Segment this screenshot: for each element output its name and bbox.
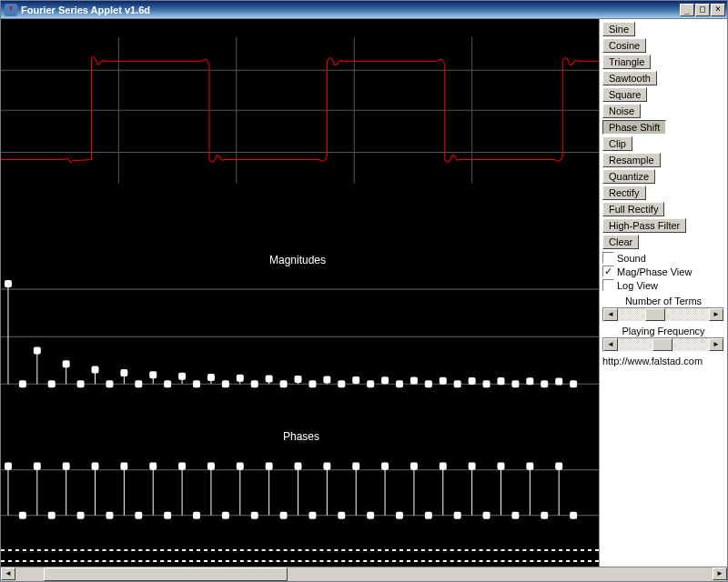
- svg-rect-115: [338, 512, 345, 519]
- waveform-trace: [1, 57, 599, 163]
- right-arrow-icon[interactable]: ►: [709, 338, 723, 351]
- left-arrow-icon[interactable]: ◄: [1, 567, 15, 580]
- svg-rect-68: [555, 377, 562, 385]
- svg-rect-106: [207, 463, 215, 470]
- svg-rect-96: [63, 463, 70, 470]
- triangle-button[interactable]: Triangle: [602, 55, 651, 69]
- svg-rect-40: [149, 371, 157, 378]
- svg-rect-54: [352, 376, 359, 384]
- svg-rect-131: [570, 512, 577, 519]
- svg-rect-48: [266, 375, 273, 382]
- svg-rect-67: [541, 380, 548, 387]
- svg-rect-128: [526, 463, 533, 470]
- svg-rect-121: [425, 512, 432, 519]
- svg-rect-117: [367, 512, 374, 519]
- close-button[interactable]: ×: [711, 4, 725, 16]
- window-title: Fourier Series Applet v1.6d: [21, 5, 679, 15]
- svg-rect-97: [77, 512, 85, 519]
- app-window: Fourier Series Applet v1.6d _ □ ×: [0, 0, 728, 582]
- svg-rect-30: [5, 280, 12, 287]
- clear-button[interactable]: Clear: [602, 235, 639, 249]
- titlebar: Fourier Series Applet v1.6d _ □ ×: [1, 1, 727, 19]
- sawtooth-button[interactable]: Sawtooth: [602, 71, 657, 85]
- full-rectify-button[interactable]: Full Rectify: [602, 202, 664, 216]
- svg-rect-116: [352, 463, 359, 470]
- log-view-checkbox[interactable]: [602, 279, 614, 291]
- svg-rect-101: [135, 512, 142, 519]
- minimize-button[interactable]: _: [680, 4, 694, 16]
- phase-shift-button[interactable]: Phase Shift: [602, 120, 666, 135]
- svg-rect-62: [469, 377, 476, 385]
- svg-rect-56: [381, 376, 389, 384]
- phases-label: Phases: [283, 430, 319, 443]
- svg-rect-109: [251, 512, 258, 519]
- resample-button[interactable]: Resample: [602, 153, 661, 167]
- svg-rect-122: [440, 463, 447, 470]
- left-arrow-icon[interactable]: ◄: [603, 338, 618, 351]
- svg-rect-44: [207, 374, 215, 381]
- svg-rect-104: [178, 463, 186, 470]
- svg-rect-94: [34, 463, 41, 470]
- svg-rect-58: [410, 377, 418, 385]
- svg-rect-32: [34, 347, 41, 355]
- terms-slider[interactable]: ◄ ►: [602, 307, 724, 322]
- svg-rect-125: [483, 512, 490, 519]
- svg-rect-64: [498, 377, 505, 385]
- svg-rect-33: [48, 380, 56, 387]
- svg-rect-111: [280, 512, 288, 519]
- bottom-scrollbar[interactable]: ◄ ►: [1, 567, 727, 581]
- window-buttons: _ □ ×: [679, 4, 725, 16]
- svg-rect-61: [454, 380, 461, 387]
- content-area: Magnitudes Phases Sine Cosine Triangle S…: [1, 19, 727, 567]
- mag-phase-checkbox[interactable]: [602, 266, 614, 277]
- svg-rect-41: [164, 380, 171, 387]
- high-pass-button[interactable]: High-Pass Filter: [602, 218, 686, 233]
- svg-rect-127: [511, 512, 519, 519]
- svg-rect-52: [323, 376, 330, 384]
- plot-canvas[interactable]: Magnitudes Phases: [1, 19, 600, 567]
- svg-rect-107: [222, 512, 229, 519]
- svg-rect-126: [498, 463, 505, 470]
- maximize-button[interactable]: □: [695, 4, 710, 16]
- sine-button[interactable]: Sine: [602, 22, 635, 36]
- svg-rect-102: [149, 463, 157, 470]
- svg-rect-110: [266, 463, 273, 470]
- url-label: http://www.falstad.com: [602, 356, 703, 366]
- svg-rect-118: [381, 463, 389, 470]
- svg-rect-120: [410, 463, 418, 470]
- svg-rect-42: [178, 373, 186, 380]
- svg-rect-93: [19, 512, 26, 519]
- log-view-label: Log View: [617, 280, 658, 291]
- clip-button[interactable]: Clip: [602, 136, 632, 151]
- quantize-button[interactable]: Quantize: [602, 169, 655, 184]
- rectify-button[interactable]: Rectify: [602, 186, 646, 200]
- svg-rect-95: [48, 512, 56, 519]
- left-arrow-icon[interactable]: ◄: [603, 308, 618, 321]
- svg-rect-105: [193, 512, 200, 519]
- right-arrow-icon[interactable]: ►: [709, 308, 723, 321]
- cosine-button[interactable]: Cosine: [602, 38, 646, 53]
- sound-checkbox[interactable]: [602, 252, 614, 264]
- svg-rect-55: [367, 380, 374, 387]
- right-arrow-icon[interactable]: ►: [713, 567, 727, 580]
- svg-rect-49: [280, 380, 288, 387]
- svg-rect-60: [440, 377, 447, 385]
- freq-slider-label: Playing Frequency: [602, 326, 724, 336]
- svg-rect-39: [135, 380, 142, 387]
- svg-rect-124: [469, 463, 476, 470]
- svg-rect-43: [193, 380, 200, 387]
- svg-rect-123: [454, 512, 461, 519]
- terms-slider-label: Number of Terms: [602, 296, 724, 306]
- svg-rect-113: [308, 512, 316, 519]
- magnitudes-label: Magnitudes: [269, 254, 326, 266]
- svg-rect-129: [541, 512, 548, 519]
- freq-slider[interactable]: ◄ ►: [602, 337, 724, 352]
- plot-svg: [1, 19, 599, 567]
- svg-rect-63: [483, 380, 490, 387]
- noise-button[interactable]: Noise: [602, 104, 641, 118]
- svg-rect-59: [425, 380, 432, 387]
- svg-rect-69: [570, 380, 577, 387]
- svg-rect-51: [308, 380, 316, 387]
- square-button[interactable]: Square: [602, 87, 647, 102]
- svg-rect-99: [106, 512, 113, 519]
